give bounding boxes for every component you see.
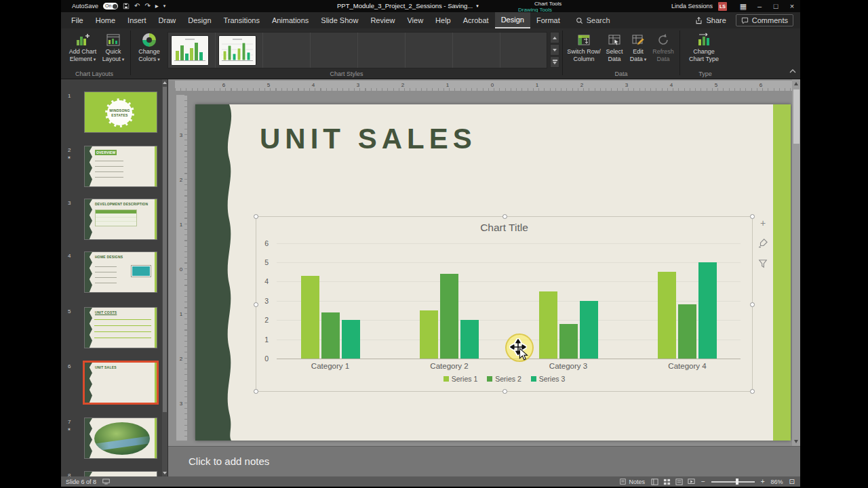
add-chart-element-button[interactable]: Add Chart Element▾ [66, 30, 99, 62]
close-button[interactable]: × [784, 0, 800, 12]
select-data-button[interactable]: Select Data [602, 30, 627, 62]
ribbon-tab-file-0[interactable]: File [65, 12, 90, 28]
display-icon[interactable] [102, 479, 110, 485]
panel-scroll-down-icon[interactable] [162, 470, 167, 476]
slide-title[interactable]: UNIT SALES [260, 123, 477, 155]
bar-series3-cat2[interactable] [460, 320, 479, 359]
collapse-ribbon-button[interactable] [789, 64, 796, 77]
undo-icon[interactable]: ↶ [134, 0, 140, 12]
chart-filters-funnel-button[interactable] [757, 258, 769, 270]
zoom-slider[interactable] [711, 481, 755, 483]
slide-canvas[interactable]: UNIT SALES Chart Title 0123456Category 1… [195, 104, 791, 441]
slide-thumbnail-1[interactable]: WINDSONGESTATES [84, 92, 157, 133]
slide-thumbnail-8[interactable] [84, 471, 157, 476]
slide-thumbnail-4[interactable]: HOME DESIGNS [84, 251, 157, 293]
zoom-in-button[interactable]: + [761, 476, 765, 487]
legend-item[interactable]: Series 2 [487, 375, 521, 383]
switch-row-column-button[interactable]: Switch Row/ Column [566, 30, 602, 62]
bar-series2-cat3[interactable] [559, 324, 578, 359]
chart-style-option-2[interactable] [218, 35, 256, 66]
refresh-data-button[interactable]: Refresh Data [650, 30, 677, 62]
vertical-scrollbar-thumb[interactable] [793, 89, 800, 144]
ribbon-tab-help-10[interactable]: Help [429, 12, 457, 28]
notes-pane[interactable]: Click to add notes [168, 446, 800, 476]
right-accent-stripe[interactable] [773, 104, 791, 441]
chart-style-option-1[interactable] [171, 35, 209, 66]
bar-series1-cat3[interactable] [539, 291, 557, 359]
slide-thumbnail-6[interactable]: UNIT SALES [84, 362, 157, 403]
ribbon-tab-format-13[interactable]: Format [530, 12, 566, 28]
resize-handle-bottom-right[interactable] [750, 389, 755, 394]
gallery-more-button[interactable] [550, 56, 559, 68]
ribbon-tab-slide-show-7[interactable]: Slide Show [315, 12, 364, 28]
resize-handle-top-right[interactable] [750, 214, 755, 219]
search-box[interactable]: Search [576, 12, 610, 28]
bar-series3-cat4[interactable] [698, 262, 717, 359]
panel-scroll-up-icon[interactable] [162, 79, 167, 86]
ribbon-tab-draw-3[interactable]: Draw [153, 12, 182, 28]
bar-series1-cat1[interactable] [301, 276, 319, 359]
start-slideshow-icon[interactable]: ▸ [155, 0, 159, 12]
legend-item[interactable]: Series 1 [443, 375, 478, 383]
title-caret-icon[interactable]: ▾ [476, 0, 479, 12]
autosave-toggle[interactable]: On [103, 3, 118, 9]
bar-series1-cat2[interactable] [420, 310, 438, 359]
bar-series2-cat1[interactable] [321, 312, 340, 359]
scroll-up-icon[interactable] [792, 79, 800, 88]
share-button[interactable]: Share [695, 16, 726, 24]
notes-toggle-button[interactable]: Notes [620, 479, 645, 485]
qat-customize-caret-icon[interactable]: ▾ [163, 0, 166, 12]
bar-series1-cat4[interactable] [658, 272, 676, 359]
ribbon-tab-acrobat-11[interactable]: Acrobat [457, 12, 495, 28]
chart-styles-brush-button[interactable] [757, 237, 769, 249]
slide-sorter-view-icon[interactable] [663, 479, 671, 485]
ribbon-tab-animations-6[interactable]: Animations [266, 12, 315, 28]
ribbon-tab-view-9[interactable]: View [401, 12, 429, 28]
ribbon-tab-insert-2[interactable]: Insert [121, 12, 153, 28]
legend-item[interactable]: Series 3 [531, 375, 566, 383]
slide-thumbnail-2[interactable]: OVERVIEW [84, 146, 157, 187]
slide-entry-5[interactable]: 5UNIT COSTS [61, 307, 163, 350]
resize-handle-middle-left[interactable] [254, 302, 258, 307]
comments-button[interactable]: Comments [736, 14, 793, 26]
chart-object[interactable]: Chart Title 0123456Category 1Category 2C… [256, 216, 753, 392]
slide-thumbnail-3[interactable]: DEVELOPMENT DESCRIPTION [84, 199, 157, 240]
slideshow-view-icon[interactable] [688, 479, 695, 485]
zoom-percentage[interactable]: 86% [771, 479, 783, 485]
redo-icon[interactable]: ↷ [144, 0, 150, 12]
resize-handle-top-left[interactable] [254, 214, 258, 219]
vertical-scrollbar[interactable] [792, 79, 800, 446]
left-wave-shape[interactable] [195, 104, 243, 441]
minimize-button[interactable]: – [751, 0, 768, 12]
reading-view-icon[interactable] [675, 479, 683, 485]
resize-handle-top-middle[interactable] [502, 214, 507, 219]
scroll-down-icon[interactable] [792, 437, 800, 446]
ribbon-display-options-icon[interactable]: ▦ [735, 0, 751, 12]
slide-entry-2[interactable]: 2✶OVERVIEW [61, 146, 163, 189]
bar-series2-cat4[interactable] [678, 304, 696, 359]
zoom-out-button[interactable]: − [701, 476, 705, 487]
panel-scrollbar[interactable] [162, 79, 167, 476]
resize-handle-bottom-middle[interactable] [502, 389, 507, 394]
ribbon-tab-home-1[interactable]: Home [90, 12, 121, 28]
bar-series3-cat3[interactable] [580, 301, 598, 359]
slide-thumbnail-7[interactable] [84, 418, 157, 459]
slide-entry-6[interactable]: 6UNIT SALES [61, 362, 163, 405]
bar-series3-cat1[interactable] [342, 320, 360, 359]
slide-entry-8[interactable]: 8 [61, 471, 163, 476]
save-icon[interactable] [123, 3, 130, 9]
user-avatar[interactable]: LS [718, 2, 727, 11]
bar-series2-cat2[interactable] [440, 274, 458, 359]
normal-view-icon[interactable] [651, 479, 658, 485]
slide-thumbnail-5[interactable]: UNIT COSTS [84, 307, 157, 348]
gallery-scroll-up-button[interactable] [550, 32, 559, 43]
edit-data-button[interactable]: Edit Data▾ [627, 30, 650, 62]
fit-slide-to-window-button[interactable]: ⊡ [789, 476, 795, 487]
change-chart-type-button[interactable]: Change Chart Type [687, 30, 721, 62]
quick-layout-button[interactable]: Quick Layout▾ [99, 30, 127, 62]
slide-entry-1[interactable]: 1WINDSONGESTATES [61, 92, 163, 135]
ribbon-tab-design-12[interactable]: Design [495, 12, 530, 28]
ribbon-tab-design-4[interactable]: Design [182, 12, 217, 28]
gallery-scroll-down-button[interactable] [550, 44, 559, 56]
ribbon-tab-transitions-5[interactable]: Transitions [218, 12, 266, 28]
